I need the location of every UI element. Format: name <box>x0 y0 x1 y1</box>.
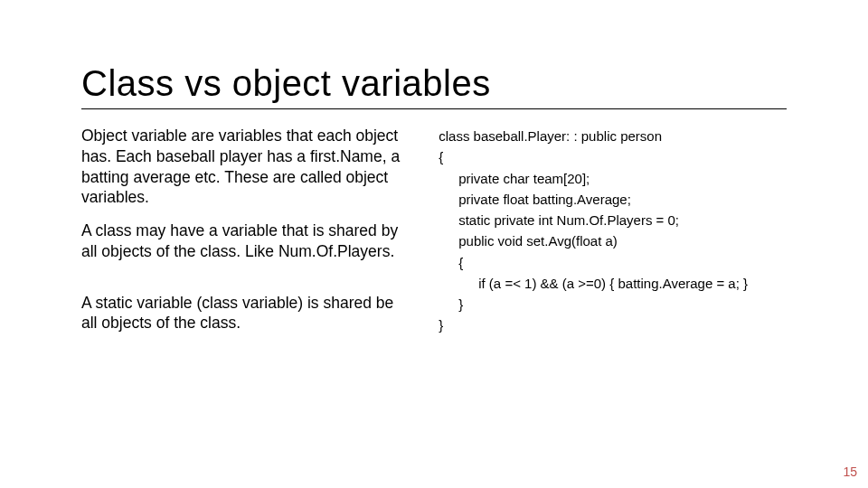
paragraph-1: Object variable are variables that each … <box>81 126 402 208</box>
right-column-code: class baseball.Player: : public person {… <box>439 126 787 336</box>
code-line-4: private float batting.Average; <box>458 189 787 210</box>
code-line-1: class baseball.Player: : public person <box>439 126 787 146</box>
code-line-3: private char team[20]; <box>458 168 787 189</box>
code-line-8: if (a =< 1) && (a >=0) { batting.Average… <box>478 273 787 294</box>
slide-body: Object variable are variables that each … <box>81 126 787 336</box>
left-column: Object variable are variables that each … <box>81 126 402 336</box>
paragraph-2: A class may have a variable that is shar… <box>81 221 402 262</box>
title-rule <box>81 108 787 109</box>
code-line-5: static private int Num.Of.Players = 0; <box>458 210 787 230</box>
code-line-9: } <box>458 294 787 314</box>
paragraph-3: A static variable (class variable) is sh… <box>81 293 402 334</box>
slide: Class vs object variables Object variabl… <box>0 0 868 488</box>
code-line-6: public void set.Avg(float a) <box>458 230 787 251</box>
slide-title: Class vs object variables <box>81 63 787 103</box>
code-line-7: { <box>458 252 787 273</box>
code-line-10: } <box>439 314 787 335</box>
code-line-2: { <box>439 146 787 167</box>
page-number: 15 <box>843 465 857 479</box>
